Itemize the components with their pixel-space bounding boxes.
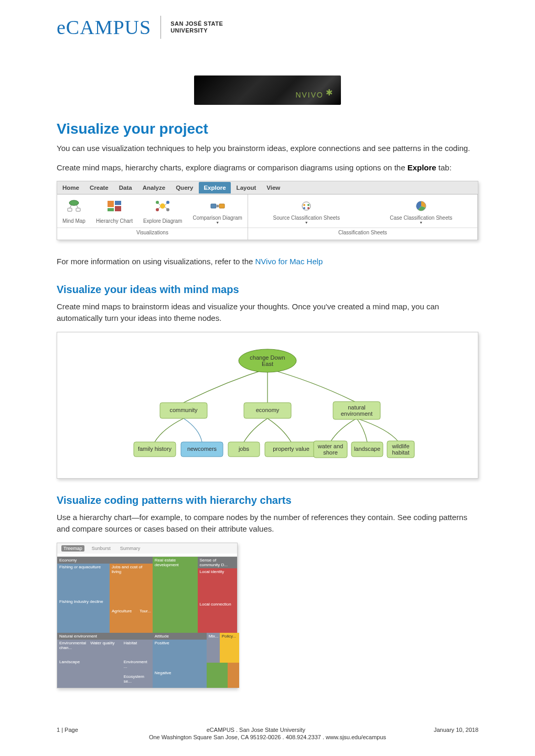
tab-data[interactable]: Data — [114, 181, 137, 194]
svg-line-16 — [158, 207, 160, 209]
mindmap-diagram: change DownEast community economy natura… — [65, 340, 470, 471]
svg-rect-19 — [219, 204, 224, 208]
tm-cell: Agriculture — [110, 608, 137, 633]
tm-cell — [207, 663, 228, 687]
svg-point-26 — [307, 207, 309, 209]
tm-cell: Environmental chan... — [57, 640, 88, 659]
tab-query[interactable]: Query — [170, 181, 198, 194]
svg-point-25 — [303, 207, 305, 209]
ribbon-case-classification[interactable]: Case Classification Sheets▼ — [384, 197, 457, 228]
university-line2: UNIVERSITY — [170, 27, 223, 34]
group-label-visualizations: Visualizations — [57, 228, 248, 237]
tab-create[interactable]: Create — [84, 181, 114, 194]
ribbon-group-visualizations: Mind Map Hierarchy Chart Explore Diagram — [57, 195, 248, 240]
ecampus-logo: eCAMPUS — [57, 16, 151, 39]
tm-cell: Fishing industry decline — [57, 598, 110, 633]
svg-rect-2 — [76, 208, 80, 211]
tm-mix: Mix... — [207, 633, 220, 663]
tm-cell: Habitat — [122, 640, 153, 659]
hierarchy-charts-paragraph: Use a hierarchy chart—for example, to co… — [57, 512, 478, 535]
tm-cell: Tour... — [137, 608, 153, 633]
tm-sense-header: Sense of community D... — [198, 557, 237, 568]
ribbon-mind-map[interactable]: Mind Map — [57, 197, 91, 228]
comparison-diagram-icon — [210, 199, 226, 213]
university-name: SAN JOSÉ STATE UNIVERSITY — [170, 20, 223, 34]
treemap-screenshot: Treemap Sunburst Summary Economy Fishing… — [57, 543, 238, 688]
mindmap-node: family history — [138, 445, 172, 451]
mindmap-node: landscape — [354, 445, 380, 451]
svg-rect-7 — [115, 206, 121, 211]
nvivo-help-link[interactable]: NVivo for Mac Help — [255, 257, 323, 266]
svg-line-17 — [165, 207, 167, 209]
hierarchy-charts-heading: Visualize coding patterns with hierarchy… — [57, 494, 478, 506]
svg-marker-21 — [216, 206, 219, 208]
explore-tab-ref: Explore — [408, 163, 436, 172]
footer-center: eCAMPUS . San Jose State University — [207, 727, 305, 733]
svg-rect-5 — [108, 201, 114, 207]
svg-line-3 — [70, 205, 71, 208]
svg-point-22 — [302, 202, 311, 210]
ribbon-explore-diagram[interactable]: Explore Diagram — [138, 197, 187, 228]
ribbon-tabs: Home Create Data Analyze Query Explore L… — [57, 181, 478, 195]
help-paragraph: For more information on using visualizat… — [57, 256, 478, 268]
tab-layout[interactable]: Layout — [231, 181, 262, 194]
tm-policy: Policy... — [220, 633, 240, 663]
nvivo-text: NVIVO — [295, 91, 324, 99]
explore-diagram-icon — [155, 199, 170, 213]
tm-natural-header: Natural environment — [57, 633, 153, 640]
tm-cell: Fishing or aquaculture — [57, 564, 110, 598]
tab-view[interactable]: View — [261, 181, 285, 194]
footer-address: One Washington Square San Jose, CA 95192… — [57, 734, 478, 740]
svg-line-14 — [158, 203, 160, 205]
ribbon-comparison-diagram[interactable]: Comparison Diagram▼ — [187, 197, 247, 228]
tab-treemap[interactable]: Treemap — [61, 545, 84, 552]
mindmap-node: community — [169, 406, 198, 413]
treemap-body: Economy Fishing or aquaculture Fishing i… — [57, 557, 237, 688]
ribbon-hierarchy-chart[interactable]: Hierarchy Chart — [91, 197, 138, 228]
svg-marker-20 — [216, 204, 219, 206]
group-label-classification: Classification Sheets — [248, 228, 477, 237]
help-pre: For more information on using visualizat… — [57, 257, 255, 266]
tm-attitude-header: Attitude — [153, 633, 207, 640]
mind-map-label: Mind Map — [62, 215, 85, 226]
mindmap-node: property value — [273, 445, 309, 451]
mind-map-icon — [66, 199, 82, 213]
p2-post: tab: — [436, 163, 452, 172]
intro-paragraph-1: You can use visualization techniques to … — [57, 143, 478, 155]
svg-line-4 — [77, 205, 78, 208]
tab-explore[interactable]: Explore — [199, 182, 230, 193]
hierarchy-chart-label: Hierarchy Chart — [96, 215, 133, 226]
ribbon-source-classification[interactable]: Source Classification Sheets▼ — [268, 197, 345, 228]
tab-analyze[interactable]: Analyze — [137, 181, 170, 194]
tab-sunburst[interactable]: Sunburst — [90, 545, 113, 552]
page-footer: 1 | Page eCAMPUS . San Jose State Univer… — [57, 727, 478, 740]
tm-economy-header: Economy — [57, 557, 153, 564]
p2-pre: Create mind maps, hierarchy charts, expl… — [57, 163, 408, 172]
svg-rect-8 — [108, 208, 114, 211]
university-line1: SAN JOSÉ STATE — [170, 20, 223, 27]
ribbon-screenshot: Home Create Data Analyze Query Explore L… — [57, 181, 478, 240]
footer-date: January 10, 2018 — [434, 727, 478, 733]
chevron-down-icon: ▼ — [419, 221, 423, 224]
tm-cell — [228, 663, 239, 687]
tm-cell: Environment ... — [122, 658, 153, 673]
tm-cell: Ecosystem se... — [122, 673, 153, 688]
svg-rect-1 — [68, 208, 72, 211]
page-title: Visualize your project — [57, 121, 478, 137]
tab-home[interactable]: Home — [57, 181, 84, 194]
footer-page-number: 1 | Page — [57, 727, 78, 733]
treemap-tabs: Treemap Sunburst Summary — [57, 543, 237, 554]
nvivo-banner: NVIVO✱ — [194, 75, 341, 105]
svg-point-0 — [69, 200, 79, 206]
source-classification-label: Source Classification Sheets▼ — [273, 215, 340, 226]
header-divider — [160, 16, 161, 39]
page-header: eCAMPUS SAN JOSÉ STATE UNIVERSITY — [57, 16, 478, 39]
svg-point-9 — [160, 203, 165, 209]
mindmap-node: economy — [256, 406, 280, 413]
mindmap-node-selected: newcomers — [187, 445, 217, 451]
tm-cell: Water quality — [88, 640, 122, 688]
svg-point-24 — [307, 204, 309, 206]
tab-summary[interactable]: Summary — [118, 545, 143, 552]
tm-cell: Negative — [153, 669, 207, 687]
tm-real-estate: Real estate development — [153, 557, 198, 633]
